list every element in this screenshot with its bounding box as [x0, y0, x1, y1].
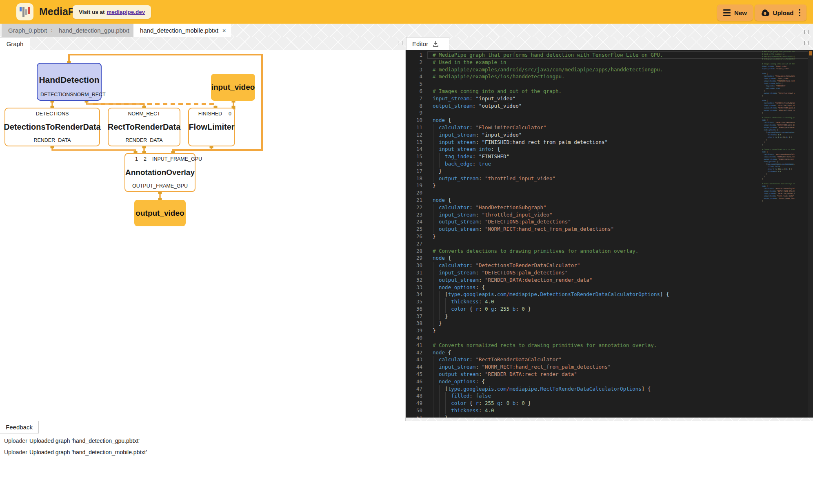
port-label-0: 0 [229, 111, 231, 117]
node-detections-to-render-data[interactable]: DETECTIONS DetectionsToRenderData RENDER… [4, 108, 100, 146]
editor-scrollbar[interactable] [808, 50, 813, 418]
code-line: 39} [406, 327, 761, 334]
node-annotation-overlay[interactable]: 1 2 INPUT_FRAME_GPU AnnotationOverlay OU… [124, 153, 195, 192]
code-line: 27 [406, 240, 761, 248]
code-line: 19} [406, 182, 761, 189]
code-line: 41# Converts normalized rects to drawing… [406, 342, 761, 349]
feedback-message: Uploaded graph 'hand_detection_mobile.pb… [29, 449, 147, 455]
node-title: AnnotationOverlay [125, 168, 195, 177]
port-label: RENDER_DATA [33, 137, 71, 143]
code-line: 1# MediaPipe graph that performs hand de… [406, 51, 761, 59]
tab-label: hand_detection_gpu.pbtxt [59, 27, 129, 34]
node-title: DetectionsToRenderData [4, 122, 100, 132]
code-line: 14 input_stream_info: { [406, 146, 761, 153]
node-hand-detection[interactable]: HandDetection DETECTIONS NORM_RECT [37, 63, 102, 101]
graph-panel-tab[interactable]: Graph [0, 37, 30, 50]
code-line: 37 } [406, 313, 761, 320]
feedback-row: Uploader Uploaded graph 'hand_detection_… [0, 438, 408, 447]
upload-button[interactable]: Upload [755, 4, 806, 21]
code-line: 5 [406, 80, 761, 88]
edge-back-edge-dashed [93, 104, 215, 108]
tab-label: hand_detection_mobile.pbtxt [140, 27, 218, 34]
tab-graph-0-pbtxt[interactable]: Graph_0.pbtxt × [2, 24, 60, 37]
visit-text: Visit us at [79, 9, 105, 15]
graph-canvas[interactable]: HandDetection DETECTIONS NORM_RECT input… [0, 50, 406, 421]
scroll-position-marker [809, 51, 812, 55]
editor-minimap[interactable]: # MediaPipe graph that performs hand det… [762, 51, 795, 202]
minimap-line: output_stream: "OUTPUT_FRAME_GPU:output_… [762, 197, 795, 200]
feedback-tab-label: Feedback [6, 424, 33, 431]
code-line: 40 [406, 334, 761, 342]
maximize-top-pane-icon[interactable] [804, 30, 809, 34]
code-line: 46 node_options: { [406, 378, 761, 385]
code-line: 35 thickness: 4.0 [406, 298, 761, 305]
code-line: 44 input_stream: "NORM_RECT:hand_rect_fr… [406, 363, 761, 371]
code-line: 33 node_options: { [406, 284, 761, 291]
code-line: 23 input_stream: "throttled_input_video" [406, 211, 761, 219]
code-line: 16 back_edge: true [406, 160, 761, 168]
code-line: 24 output_stream: "DETECTIONS:palm_detec… [406, 218, 761, 225]
feedback-source: Uploader [4, 449, 27, 455]
code-line: 34 [type.googleapis.com/mediapipe.Detect… [406, 291, 761, 298]
tab-hand-detection-mobile-pbtxt[interactable]: hand_detection_mobile.pbtxt × [133, 24, 231, 37]
editor-panel-tab[interactable]: Editor [406, 37, 449, 50]
code-line: 17 } [406, 168, 761, 175]
code-line: 28# Converts detections to drawing primi… [406, 248, 761, 255]
minimap-line: color { r: 0 g: 255 b: 0 } [762, 136, 795, 139]
code-line: 26} [406, 233, 761, 240]
code-line: 2# Used in the example in [406, 59, 761, 66]
logo-bars-icon [19, 6, 31, 18]
feedback-message: Uploaded graph 'hand_detection_gpu.pbtxt… [29, 438, 140, 444]
code-lines[interactable]: 1# MediaPipe graph that performs hand de… [406, 51, 761, 418]
feedback-row: Uploader Uploaded graph 'hand_detection_… [0, 449, 408, 459]
code-line: 15 tag_index: "FINISHED" [406, 153, 761, 160]
feedback-source: Uploader [4, 438, 27, 444]
code-line: 22 calculator: "HandDetectionSubgraph" [406, 204, 761, 211]
edge-throttled-branch [173, 150, 211, 153]
node-title: RectToRenderData [108, 122, 181, 132]
code-line: 30 calculator: "DetectionsToRenderDataCa… [406, 262, 761, 269]
minimap-line: output_stream: "throttled_input_video" [762, 92, 795, 95]
port-label: RENDER_DATA [125, 137, 162, 143]
code-line: 51 } [406, 414, 761, 418]
node-rect-to-render-data[interactable]: NORM_RECT RectToRenderData RENDER_DATA [108, 108, 180, 146]
code-line: 49 color { r: 255 g: 0 b: 0 } [406, 400, 761, 407]
code-line: 4# mediapipie/examples/ios/handdetection… [406, 73, 761, 80]
minimap-line: output_stream: "NORM_RECT:hand_rect_from… [762, 109, 795, 112]
code-line: 9 [406, 109, 761, 117]
feedback-panel-tab[interactable]: Feedback [0, 421, 39, 433]
visit-badge: Visit us at mediapipe.dev [73, 5, 151, 19]
more-options-icon[interactable] [799, 9, 800, 16]
node-output-video[interactable]: output_video [134, 200, 186, 226]
port-label-1: 1 [135, 156, 138, 162]
code-line: 29node { [406, 254, 761, 262]
port-label-2: 2 [144, 156, 147, 162]
download-icon[interactable] [432, 40, 439, 47]
editor-tab-label: Editor [412, 40, 428, 47]
code-line: 3# mediapipie/examples/android/src/java/… [406, 66, 761, 73]
code-editor[interactable]: 1# MediaPipe graph that performs hand de… [406, 50, 813, 418]
cloud-upload-icon [761, 9, 769, 16]
tab-hand-detection-gpu-pbtxt[interactable]: hand_detection_gpu.pbtxt × [52, 24, 142, 37]
code-line: 48 filled: false [406, 392, 761, 400]
maximize-editor-pane-icon[interactable] [804, 41, 809, 45]
code-line: 6# Images coming into and out of the gra… [406, 88, 761, 95]
node-input-video[interactable]: input_video [211, 74, 255, 101]
port-label: DETECTIONS [36, 111, 69, 117]
node-title: output_video [136, 209, 184, 218]
code-line: 10node { [406, 117, 761, 124]
code-line: 25 output_stream: "NORM_RECT:hand_rect_f… [406, 225, 761, 233]
code-line: 20 [406, 189, 761, 197]
code-line: 38 } [406, 320, 761, 327]
menu-icon [723, 9, 731, 16]
port-label: OUTPUT_FRAME_GPU [132, 183, 188, 189]
node-title: HandDetection [39, 75, 99, 85]
maximize-graph-pane-icon[interactable] [398, 41, 402, 45]
port-label-detections: DETECTIONS [40, 92, 73, 97]
node-flow-limiter[interactable]: FINISHED 0 FlowLimiter [188, 108, 235, 146]
code-line: 11 calculator: "FlowLimiterCalculator" [406, 124, 761, 131]
new-button[interactable]: New [717, 4, 753, 21]
mediapipe-dev-link[interactable]: mediapipe.dev [107, 9, 145, 15]
close-tab-icon[interactable]: × [222, 27, 226, 33]
node-title: input_video [211, 83, 255, 92]
